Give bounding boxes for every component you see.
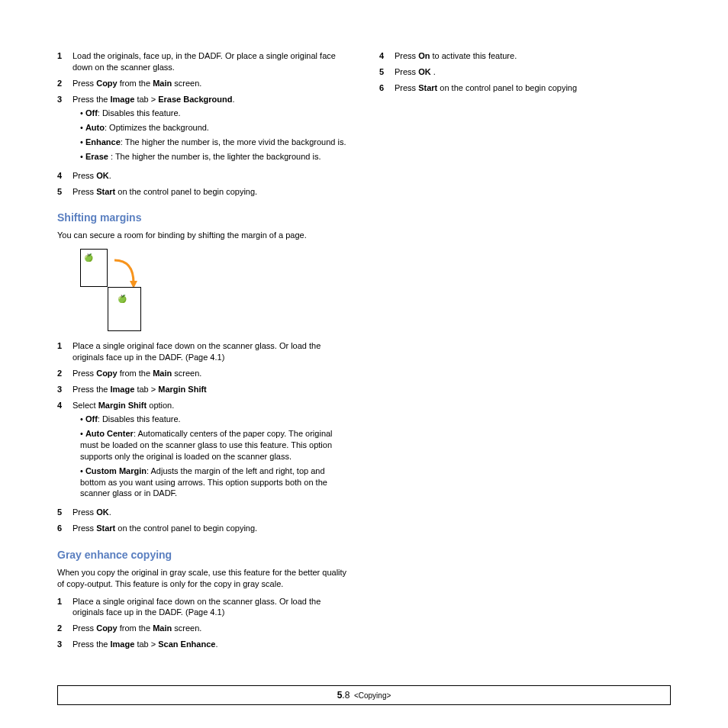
gray-steps: 1Place a single original face down on th… [57,596,349,650]
step-text: Press Copy from the Main screen. [72,78,349,89]
step-text: Select Margin Shift option. • Off: Disab… [72,400,349,503]
right-column: 4Press On to activate this feature. 5Pre… [379,46,671,655]
step-text: Press OK. [72,170,349,182]
shifting-intro: You can secure a room for binding by shi… [57,230,349,241]
heading-shifting-margins: Shifting margins [57,211,349,225]
page-footer: 5.8 <Copying> [57,685,671,705]
left-column: 1Load the originals, face up, in the DAD… [57,46,349,655]
gray-intro: When you copy the original in gray scale… [57,567,349,590]
erase-background-steps: 1Load the originals, face up, in the DAD… [57,50,349,197]
step-text: Place a single original face down on the… [72,340,349,363]
step-text: Press Start on the control panel to begi… [395,82,671,94]
step-text: Press OK. [72,507,349,518]
step-text: Press On to activate this feature. [395,50,671,62]
step-text: Press Start on the control panel to begi… [72,523,349,534]
step-text: Press Copy from the Main screen. [72,623,349,634]
step-text: Press Start on the control panel to begi… [72,186,349,198]
heading-gray-enhance: Gray enhance copying [57,548,349,562]
step-text: Press the Image tab > Scan Enhance. [72,639,349,650]
step-text: Press OK . [395,66,671,78]
margin-shift-diagram: 🍏 🍏 [80,249,187,333]
step-text: Press Copy from the Main screen. [72,368,349,379]
shifting-steps: 1Place a single original face down on th… [57,340,349,534]
step-text: Place a single original face down on the… [72,596,349,619]
step-text: Load the originals, face up, in the DADF… [72,50,349,73]
step-text: Press the Image tab > Erase Background. … [72,94,349,166]
step-text: Press the Image tab > Margin Shift [72,384,349,395]
right-steps: 4Press On to activate this feature. 5Pre… [379,50,671,94]
